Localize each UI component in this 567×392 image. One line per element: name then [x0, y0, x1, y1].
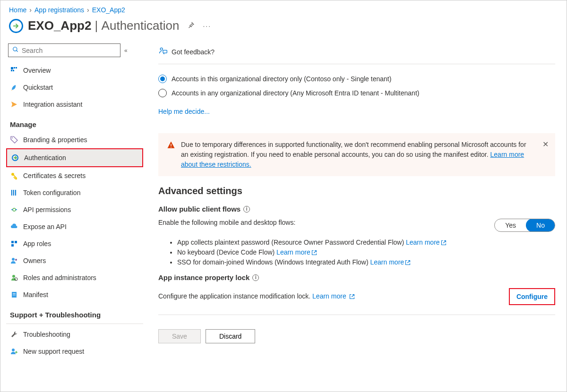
toggle-no[interactable]: No [526, 219, 555, 232]
sidebar-item-quickstart[interactable]: Quickstart [6, 79, 143, 96]
sidebar-item-label: New support request [23, 348, 84, 355]
sidebar-item-label: Manifest [23, 291, 48, 298]
token-icon [10, 188, 18, 197]
rocket-icon [10, 83, 18, 92]
svg-rect-15 [11, 244, 14, 247]
divider [6, 324, 143, 324]
feedback-icon [158, 46, 168, 57]
sidebar-item-branding[interactable]: Branding & properties [6, 131, 143, 148]
info-icon[interactable]: i [243, 206, 250, 213]
sidebar-item-integration-assistant[interactable]: Integration assistant [6, 96, 143, 113]
learn-more-link[interactable]: Learn more [370, 258, 404, 266]
help-me-decide-link[interactable]: Help me decide... [158, 98, 555, 120]
svg-point-6 [12, 137, 13, 138]
learn-more-link[interactable]: Learn more [276, 248, 310, 256]
search-input[interactable] [8, 43, 120, 57]
more-icon[interactable]: ··· [203, 22, 211, 30]
sidebar-item-roles-admins[interactable]: Roles and administrators [6, 269, 143, 286]
breadcrumb-current[interactable]: EXO_App2 [92, 6, 125, 14]
sidebar-section-manage: Manage [6, 113, 143, 131]
sidebar-item-label: Quickstart [23, 84, 53, 91]
breadcrumb-app-registrations[interactable]: App registrations [34, 6, 84, 14]
svg-point-16 [12, 258, 15, 261]
breadcrumb-home[interactable]: Home [9, 6, 26, 14]
app-auth-icon [9, 19, 23, 33]
grid-icon [10, 66, 18, 75]
svg-point-26 [160, 48, 163, 50]
learn-more-link[interactable]: Learn more [312, 292, 346, 300]
svg-rect-29 [171, 147, 172, 148]
svg-rect-3 [16, 67, 17, 68]
sidebar-item-label: Token configuration [23, 189, 80, 196]
public-flows-toggle[interactable]: Yes No [494, 219, 555, 232]
radio-single-tenant[interactable] [158, 75, 167, 83]
sidebar-section-support: Support + Troubleshooting [6, 303, 143, 322]
radio-multi-tenant[interactable] [158, 89, 167, 97]
sidebar-item-label: Roles and administrators [23, 274, 96, 281]
instance-lock-header: App instance property lock i [158, 273, 555, 281]
auth-icon [11, 153, 19, 162]
search-icon [12, 46, 19, 54]
sidebar-item-label: Overview [23, 67, 51, 74]
sidebar-item-token-config[interactable]: Token configuration [6, 184, 143, 201]
close-icon[interactable]: ✕ [542, 139, 549, 150]
info-icon[interactable]: i [252, 274, 259, 281]
collapse-sidebar-icon[interactable]: « [124, 47, 128, 54]
sidebar-item-label: Certificates & secrets [23, 172, 86, 179]
sidebar-item-api-permissions[interactable]: API permissions [6, 201, 143, 218]
external-link-icon [311, 249, 317, 257]
save-button[interactable]: Save [158, 329, 201, 343]
sidebar-item-label: Authentication [24, 154, 66, 162]
sidebar-item-app-roles[interactable]: App roles [6, 235, 143, 252]
svg-rect-1 [11, 67, 13, 69]
breadcrumb: Home › App registrations › EXO_App2 [0, 0, 567, 17]
sidebar-item-label: Integration assistant [23, 101, 82, 108]
svg-rect-28 [171, 144, 172, 146]
sidebar-item-manifest[interactable]: Manifest [6, 286, 143, 303]
radio-label: Accounts in any organizational directory… [172, 89, 419, 97]
sidebar-item-expose-api[interactable]: Expose an API [6, 218, 143, 235]
sidebar-item-label: Branding & properties [23, 136, 87, 144]
main-content: Got feedback? Accounts in this organizat… [147, 42, 567, 382]
tag-icon [10, 136, 18, 144]
assist-icon [10, 100, 18, 109]
warning-banner: Due to temporary differences in supporte… [158, 133, 555, 176]
chevron-right-icon: › [29, 6, 32, 14]
pin-icon[interactable] [187, 21, 195, 31]
radio-label: Accounts in this organizational director… [172, 75, 391, 83]
sidebar-item-overview[interactable]: Overview [6, 62, 143, 79]
sidebar-item-troubleshooting[interactable]: Troubleshooting [6, 326, 143, 343]
list-item: No keyboard (Device Code Flow) Learn mor… [177, 248, 555, 257]
configure-button[interactable]: Configure [509, 288, 555, 305]
svg-rect-22 [13, 295, 16, 295]
svg-rect-5 [13, 70, 14, 71]
external-link-icon [405, 259, 411, 267]
advanced-settings-header: Advanced settings [158, 186, 555, 196]
support-icon [10, 347, 18, 356]
api-icon [10, 205, 18, 214]
toggle-yes[interactable]: Yes [495, 219, 526, 231]
sidebar-item-label: API permissions [23, 206, 71, 213]
svg-rect-14 [15, 241, 17, 243]
svg-rect-25 [16, 351, 17, 353]
svg-point-23 [12, 349, 15, 351]
wrench-icon [10, 330, 18, 339]
sidebar-item-authentication[interactable]: Authentication [6, 148, 143, 167]
sidebar-item-owners[interactable]: Owners [6, 252, 143, 269]
public-flows-header: Allow public client flows i [158, 205, 555, 213]
feedback-button[interactable]: Got feedback? [158, 42, 555, 64]
divider [158, 315, 555, 315]
sidebar-item-new-support[interactable]: New support request [6, 343, 143, 360]
svg-point-18 [12, 275, 15, 278]
page-header: EXO_App2 | Authentication ··· [0, 17, 567, 42]
learn-more-link[interactable]: Learn more [406, 239, 440, 246]
discard-button[interactable]: Discard [206, 329, 255, 343]
svg-rect-27 [163, 50, 167, 53]
instance-lock-description: Configure the application instance modif… [158, 292, 355, 301]
svg-point-0 [13, 47, 17, 51]
sidebar-item-certificates[interactable]: Certificates & secrets [6, 167, 143, 184]
sidebar: « Overview Quickstart Integration assist… [0, 42, 147, 382]
cloud-icon [10, 222, 18, 231]
svg-rect-2 [14, 67, 15, 68]
warning-icon [167, 141, 175, 170]
